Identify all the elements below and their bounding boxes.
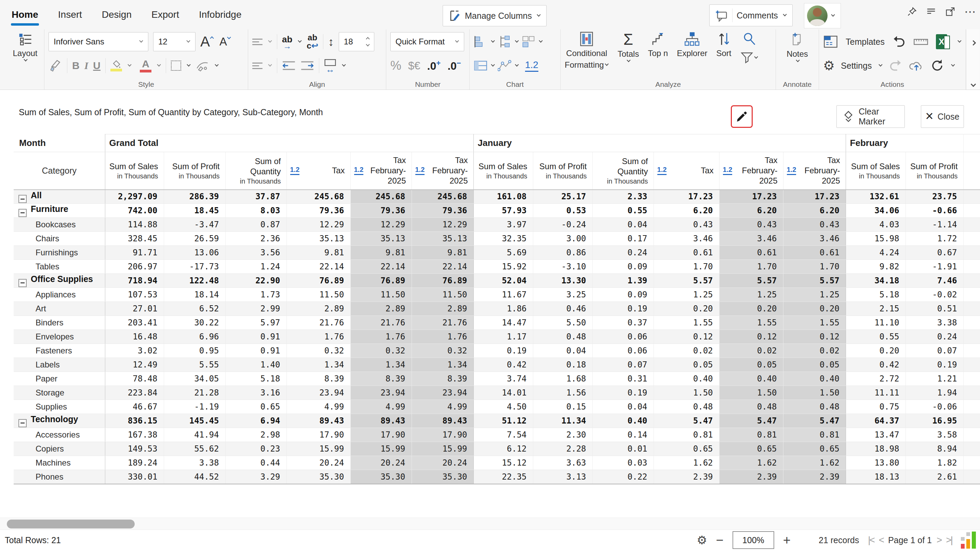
data-cell[interactable]: 12.29 [350,218,412,232]
chevron-down-icon[interactable] [342,62,345,66]
data-cell[interactable]: 23.94 [412,386,473,400]
data-cell[interactable]: 34.06 [846,204,905,218]
column-header[interactable]: Sum of Salesin Thousands [846,152,905,190]
data-cell[interactable]: 1.73 [225,288,286,302]
quick-format-select[interactable]: Quick Format [390,32,464,51]
data-cell[interactable]: 27.01 [105,302,164,316]
data-cell[interactable]: 1.40 [225,358,286,372]
data-cell[interactable]: 8.39 [350,372,412,386]
data-cell[interactable]: 2,297.09 [105,190,164,204]
data-cell[interactable]: 34.05 [164,372,225,386]
data-cell[interactable]: 11.10 [846,316,905,330]
format-painter-icon[interactable] [49,59,62,73]
data-cell[interactable]: 11.50 [412,288,473,302]
data-cell[interactable]: 0.61 [719,246,783,260]
column-header[interactable]: 1.2TaxFebruary-2025 [350,152,412,190]
data-cell[interactable]: 245.68 [350,190,412,204]
data-cell[interactable]: 0.24 [905,330,963,344]
data-cell[interactable]: 122.48 [164,274,225,288]
data-cell[interactable]: 23.75 [905,190,963,204]
data-cell[interactable]: 79.36 [412,204,473,218]
data-cell[interactable]: 1.21 [905,372,963,386]
marker-pencil-button[interactable] [731,105,752,128]
data-cell[interactable]: 15.99 [412,442,473,456]
data-cell[interactable]: 0.48 [654,400,719,414]
data-cell[interactable]: 11.34 [533,414,592,428]
data-cell[interactable]: 22.14 [286,260,350,274]
data-cell[interactable]: 167.38 [105,428,164,442]
data-cell[interactable]: 18.98 [846,442,905,456]
data-cell[interactable]: -17.73 [164,260,225,274]
data-cell[interactable]: 0.20 [654,302,719,316]
data-cell[interactable]: 0.40 [719,372,783,386]
data-cell[interactable]: 0.06 [592,330,654,344]
clear-marker-button[interactable]: Clear Marker [837,105,905,128]
data-cell[interactable]: 245.68 [412,190,473,204]
stepper-up-icon[interactable] [366,37,369,41]
chevron-right-icon[interactable] [971,40,976,46]
data-cell[interactable]: 0.65 [783,442,846,456]
data-cell[interactable]: 16.95 [905,414,963,428]
data-cell[interactable]: 149.53 [105,442,164,456]
sort-button[interactable]: Sort [716,32,732,58]
data-cell[interactable]: 0.48 [719,400,783,414]
italic-button[interactable]: I [84,60,89,72]
row-label-cell[interactable]: Fasteners [14,344,105,358]
data-cell[interactable]: 37.87 [225,190,286,204]
chevron-down-icon[interactable] [268,39,272,42]
data-cell-empty[interactable] [963,190,980,204]
table-chart-icon[interactable] [474,60,487,72]
data-cell[interactable]: 3.46 [719,232,783,246]
chevron-down-icon[interactable] [539,39,542,42]
data-cell[interactable]: 107.53 [105,288,164,302]
data-cell[interactable]: 2.98 [225,428,286,442]
data-cell[interactable]: 0.09 [592,260,654,274]
data-cell[interactable]: 76.89 [286,274,350,288]
data-cell[interactable]: 1.50 [719,386,783,400]
data-cell[interactable]: 0.01 [592,442,654,456]
column-group-header-empty[interactable] [963,134,980,152]
data-cell[interactable]: 0.04 [592,400,654,414]
data-cell[interactable]: 0.04 [533,344,592,358]
bold-button[interactable]: B [72,60,80,72]
row-label-cell[interactable]: Envelopes [14,330,105,344]
data-cell[interactable]: 0.12 [719,330,783,344]
data-cell[interactable]: 1.55 [783,316,846,330]
data-cell[interactable]: 2.28 [533,442,592,456]
data-cell[interactable]: 0.86 [533,246,592,260]
data-cell[interactable]: 6.20 [783,204,846,218]
data-cell[interactable]: 5.55 [164,358,225,372]
redo-icon[interactable] [889,59,902,73]
data-cell-empty[interactable] [963,456,980,470]
data-cell[interactable]: 55.62 [164,442,225,456]
data-cell[interactable]: 2.89 [350,302,412,316]
data-cell[interactable]: 34.18 [846,274,905,288]
row-label-cell[interactable]: Furnishings [14,246,105,260]
data-cell[interactable]: 12.49 [105,358,164,372]
row-label-cell[interactable]: Supplies [14,400,105,414]
borders-icon[interactable] [171,60,181,71]
chevron-down-icon[interactable] [157,62,161,66]
data-cell[interactable]: 15.12 [473,456,533,470]
horizontal-scrollbar[interactable] [0,518,980,530]
data-cell[interactable]: 0.12 [783,330,846,344]
data-cell[interactable]: 1.50 [654,386,719,400]
indent-increase-icon[interactable] [301,60,314,71]
collapse-icon[interactable] [19,419,27,427]
data-cell[interactable]: 0.06 [592,344,654,358]
data-cell[interactable]: 13.06 [164,246,225,260]
data-cell[interactable]: 1.56 [533,386,592,400]
settings-label[interactable]: Settings [841,61,872,71]
data-cell[interactable]: 11.11 [846,386,905,400]
column-group-header[interactable]: Grand Total [105,134,473,152]
data-cell[interactable]: 1.25 [783,288,846,302]
column-header[interactable]: Sum of Profitin Thousands [533,152,592,190]
data-cell[interactable]: 18.14 [164,288,225,302]
data-cell[interactable]: 8.39 [286,372,350,386]
number-format-icon[interactable]: 1.2 [525,59,538,72]
clear-borders-icon[interactable] [196,60,209,72]
row-label-cell[interactable]: Storage [14,386,105,400]
data-cell[interactable]: 742.00 [105,204,164,218]
data-cell[interactable]: 0.43 [654,218,719,232]
data-cell-empty[interactable] [963,288,980,302]
